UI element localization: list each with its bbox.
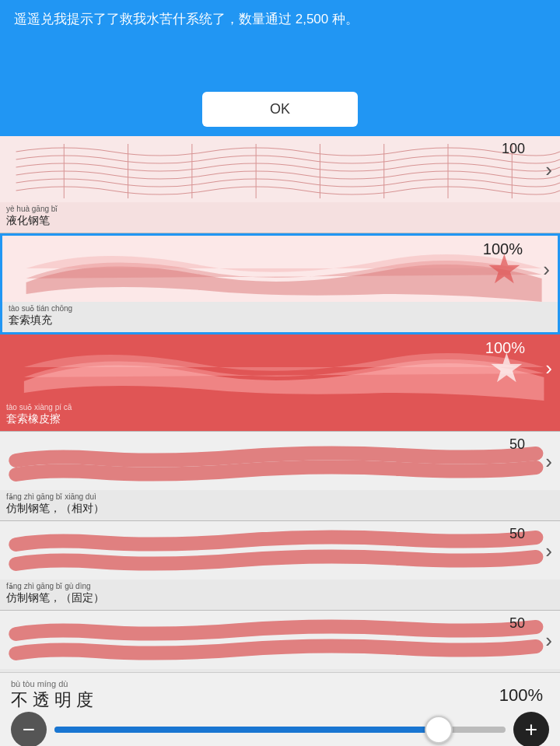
brush-item-liquid-pen[interactable]: 100 › yè huà gāng bǐ 液化钢笔 bbox=[0, 136, 560, 233]
star-icon-set-eraser: ★ bbox=[488, 345, 525, 391]
star-icon-set-lock: ★ bbox=[486, 246, 523, 292]
chevron-icon-set-lock: › bbox=[543, 257, 550, 281]
opacity-plus-button[interactable]: + bbox=[513, 712, 549, 746]
brush-canvas-fake-pen-fixed: 50 › bbox=[0, 521, 560, 580]
opacity-slider-thumb[interactable] bbox=[425, 716, 453, 744]
brush-canvas-set-lock: 100% ★ › bbox=[2, 236, 558, 302]
brush-label-set-lock: tào suǒ tián chōng 套索填充 bbox=[2, 302, 558, 332]
brush-label-fake-fixed: fǎng zhì gāng bǐ gù dìng 仿制钢笔，（固定） bbox=[0, 580, 560, 610]
brush-canvas-fake-pen-move: 50 › bbox=[0, 611, 560, 669]
opacity-value: 100% bbox=[499, 685, 543, 706]
opacity-slider-track[interactable] bbox=[54, 727, 506, 733]
overlay-message: 遥遥兑我提示了了救我水苦什系统了，数量通过 2,500 种。 bbox=[14, 9, 546, 86]
svg-rect-17 bbox=[0, 521, 560, 580]
brush-item-fake-pen-rel[interactable]: 50 › fǎng zhì gāng bǐ xiāng duì 仿制钢笔，（相对… bbox=[0, 432, 560, 521]
chevron-icon-liquid: › bbox=[545, 157, 552, 181]
brush-canvas-set-eraser: 100% ★ › bbox=[0, 334, 560, 401]
opacity-minus-button[interactable]: − bbox=[11, 712, 47, 746]
brush-label-liquid: yè huà gāng bǐ 液化钢笔 bbox=[0, 202, 560, 233]
brush-label-fake-rel: fǎng zhì gāng bǐ xiāng duì 仿制钢笔，（相对） bbox=[0, 490, 560, 520]
brush-item-fake-pen-move[interactable]: 50 › fǎng zhì gāng bǐ yí dòng 仿制钢笔，（移动） bbox=[0, 611, 560, 672]
brush-label-set-eraser: tào suǒ xiàng pí cā 套索橡皮擦 bbox=[0, 401, 560, 431]
svg-rect-18 bbox=[0, 611, 560, 669]
brush-canvas-liquid: 100 › bbox=[0, 136, 560, 202]
brush-value-liquid: 100 bbox=[502, 141, 525, 157]
brush-value-fake-fixed: 50 bbox=[509, 526, 525, 542]
opacity-slider-fill bbox=[54, 727, 438, 733]
chevron-icon-fake-fixed: › bbox=[545, 538, 552, 562]
overlay-dialog: 遥遥兑我提示了了救我水苦什系统了，数量通过 2,500 种。 OK bbox=[0, 0, 560, 136]
chevron-icon-set-eraser: › bbox=[545, 355, 552, 380]
svg-rect-5 bbox=[0, 136, 560, 202]
brush-item-fake-pen-fixed[interactable]: 50 › fǎng zhì gāng bǐ gù dìng 仿制钢笔，（固定） bbox=[0, 521, 560, 611]
opacity-label: bù tòu míng dù 不 透 明 度 bbox=[11, 679, 93, 712]
opacity-row: bù tòu míng dù 不 透 明 度 100% bbox=[11, 679, 549, 712]
brush-item-set-lock-fill[interactable]: 100% ★ › tào suǒ tián chōng 套索填充 bbox=[0, 233, 560, 334]
ok-button[interactable]: OK bbox=[202, 92, 358, 127]
slider-row: − + bbox=[11, 712, 549, 746]
chevron-icon-fake-move: › bbox=[545, 628, 552, 652]
brush-value-fake-move: 50 bbox=[509, 615, 525, 632]
brush-list: 100 › yè huà gāng bǐ 液化钢笔 100% ★ › tào s… bbox=[0, 136, 560, 672]
chevron-icon-fake-rel: › bbox=[545, 449, 552, 473]
brush-canvas-fake-pen-rel: 50 › bbox=[0, 432, 560, 490]
brush-value-fake-rel: 50 bbox=[509, 436, 525, 453]
brush-item-set-eraser[interactable]: 100% ★ › tào suǒ xiàng pí cā 套索橡皮擦 bbox=[0, 334, 560, 432]
bottom-panel: bù tòu míng dù 不 透 明 度 100% − + bbox=[0, 672, 560, 746]
